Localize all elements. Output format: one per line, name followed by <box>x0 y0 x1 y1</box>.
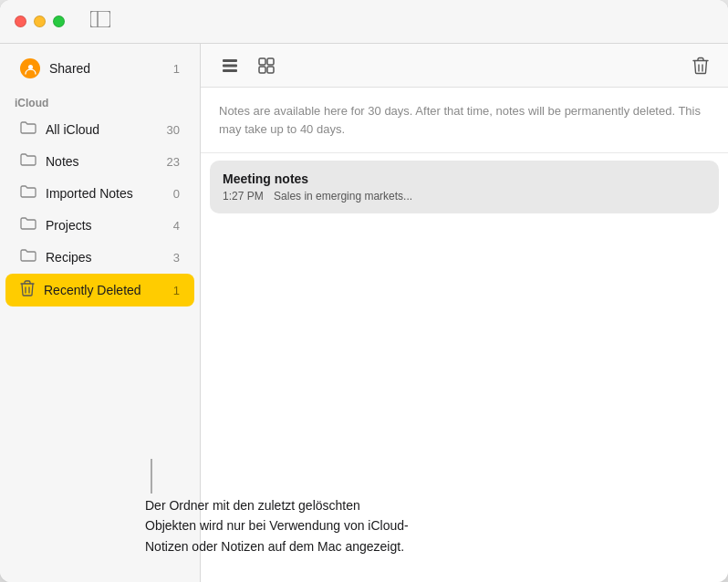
minimize-button[interactable] <box>34 16 46 27</box>
sidebar-item-count: 23 <box>167 155 180 169</box>
note-item[interactable]: Meeting notes 1:27 PM Sales in emerging … <box>210 161 719 213</box>
svg-rect-0 <box>90 11 110 27</box>
maximize-button[interactable] <box>53 16 65 27</box>
sidebar-item-projects[interactable]: Projects 4 <box>5 210 194 241</box>
svg-rect-4 <box>223 64 237 67</box>
sidebar-item-count: 3 <box>173 251 180 265</box>
sidebar-recently-deleted-count: 1 <box>173 284 180 297</box>
svg-rect-5 <box>223 69 237 72</box>
sidebar-item-label: All iCloud <box>46 122 163 137</box>
sidebar-item-count: 4 <box>173 219 180 233</box>
icloud-section-header: iCloud <box>0 86 200 113</box>
note-title: Meeting notes <box>223 171 706 186</box>
list-view-button[interactable] <box>215 53 244 78</box>
folder-icon <box>20 216 36 234</box>
svg-rect-3 <box>223 59 237 62</box>
delete-button[interactable] <box>688 53 713 78</box>
sidebar-item-imported-notes[interactable]: Imported Notes 0 <box>5 178 194 209</box>
traffic-lights <box>15 16 65 27</box>
sidebar-item-label: Notes <box>46 154 163 169</box>
sidebar-item-all-icloud[interactable]: All iCloud 30 <box>5 114 194 145</box>
svg-rect-9 <box>267 67 274 73</box>
callout-text: Der Ordner mit den zuletzt gelöschten Ob… <box>141 495 415 556</box>
sidebar-item-count: 30 <box>167 123 180 137</box>
content-toolbar <box>201 44 728 88</box>
shared-icon <box>20 58 40 78</box>
titlebar <box>0 0 728 44</box>
trash-icon <box>20 280 35 300</box>
sidebar-item-notes[interactable]: Notes 23 <box>5 146 194 177</box>
folder-icon <box>20 152 36 171</box>
sidebar-toggle-button[interactable] <box>90 11 110 32</box>
sidebar-item-count: 0 <box>173 187 180 201</box>
sidebar-item-label: Recipes <box>46 250 170 265</box>
sidebar-item-label: Imported Notes <box>46 186 170 201</box>
sidebar-shared-count: 1 <box>173 62 180 76</box>
note-preview: Sales in emerging markets... <box>274 190 412 203</box>
svg-rect-6 <box>259 58 265 65</box>
folder-icon <box>20 120 36 139</box>
info-banner: Notes are available here for 30 days. Af… <box>201 88 728 153</box>
callout-line <box>151 459 152 494</box>
sidebar-item-shared[interactable]: Shared 1 <box>5 52 194 85</box>
sidebar-item-label: Projects <box>46 218 170 233</box>
folder-icon <box>20 248 36 266</box>
callout-container: Der Ordner mit den zuletzt gelöschten Ob… <box>141 459 415 556</box>
svg-rect-7 <box>267 58 274 65</box>
sidebar-item-recipes[interactable]: Recipes 3 <box>5 242 194 273</box>
note-meta: 1:27 PM Sales in emerging markets... <box>223 190 706 203</box>
svg-point-2 <box>28 65 33 69</box>
sidebar-recently-deleted-label: Recently Deleted <box>44 283 170 297</box>
grid-view-button[interactable] <box>252 53 281 78</box>
svg-rect-8 <box>259 67 265 73</box>
sidebar-item-recently-deleted[interactable]: Recently Deleted 1 <box>5 274 194 307</box>
close-button[interactable] <box>15 16 26 27</box>
main-window: Shared 1 iCloud All iCloud 30 <box>0 0 728 582</box>
note-time: 1:27 PM <box>223 190 264 203</box>
folder-icon <box>20 184 36 203</box>
sidebar-shared-label: Shared <box>49 61 170 76</box>
